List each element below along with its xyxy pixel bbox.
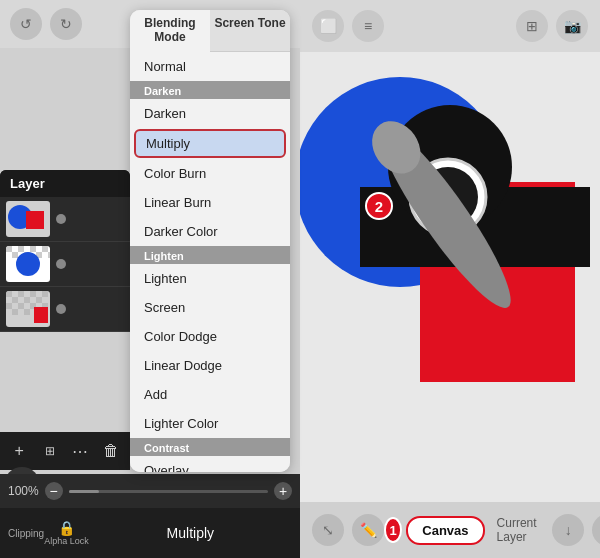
svg-rect-11	[30, 246, 36, 252]
blend-group-darken: Darken	[130, 81, 290, 99]
canvas-area: 2	[300, 52, 600, 502]
svg-rect-29	[36, 297, 42, 303]
layer-thumb-2	[6, 246, 50, 282]
zoom-track	[69, 490, 268, 493]
blend-item-multiply[interactable]: Multiply	[134, 129, 286, 158]
zoom-label: 100%	[8, 484, 39, 498]
svg-rect-10	[18, 246, 24, 252]
blend-list: Normal Darken Darken Multiply Color Burn…	[130, 52, 290, 472]
svg-rect-23	[12, 297, 18, 303]
svg-rect-16	[48, 252, 50, 258]
step-2-badge: 2	[365, 192, 393, 220]
blend-item-lighten[interactable]: Lighten	[130, 264, 290, 293]
current-layer-button[interactable]: Current Layer	[489, 511, 553, 549]
clipping-label: Clipping	[8, 528, 44, 539]
canvas-button[interactable]: Canvas	[406, 516, 484, 545]
blend-item-screen[interactable]: Screen	[130, 293, 290, 322]
step-1-badge: 1	[384, 517, 402, 543]
clipping-section[interactable]: Clipping	[8, 528, 44, 539]
svg-rect-28	[42, 291, 48, 297]
right-bottom-btn4[interactable]: ⇓	[592, 514, 600, 546]
blend-item-darker-color[interactable]: Darker Color	[130, 217, 290, 246]
svg-rect-24	[12, 309, 18, 315]
svg-rect-7	[26, 211, 44, 229]
layer-item-1[interactable]	[0, 197, 130, 242]
svg-rect-33	[34, 307, 48, 323]
status-bar: Clipping 🔒 Alpha Lock Multiply	[0, 508, 300, 558]
layer-vis-bg	[56, 304, 66, 314]
add-layer-button[interactable]: +	[6, 438, 32, 464]
svg-rect-22	[18, 303, 24, 309]
current-blend-mode[interactable]: Multiply	[89, 525, 292, 541]
svg-rect-25	[24, 297, 30, 303]
layer-panel: Layer	[0, 170, 130, 332]
zoom-minus-button[interactable]: −	[45, 482, 63, 500]
blend-group-lighten: Lighten	[130, 246, 290, 264]
alpha-lock-label: Alpha Lock	[44, 536, 89, 546]
zoom-fill	[69, 490, 99, 493]
layer-item-background[interactable]	[0, 287, 130, 332]
svg-point-17	[16, 252, 40, 276]
right-bottom-right: ↓ ⇓ 2	[552, 514, 600, 546]
blend-item-color-burn[interactable]: Color Burn	[130, 159, 290, 188]
blend-group-contrast: Contrast	[130, 438, 290, 456]
alpha-lock-section[interactable]: 🔒 Alpha Lock	[44, 520, 89, 546]
blend-item-linear-burn[interactable]: Linear Burn	[130, 188, 290, 217]
left-panel: ↺ ↻ Blending Mode Screen Tone Normal Dar…	[0, 0, 300, 558]
blend-item-linear-dodge[interactable]: Linear Dodge	[130, 351, 290, 380]
right-bottom-left: ⤡ ✏️	[312, 514, 384, 546]
blend-item-lighter-color[interactable]: Lighter Color	[130, 409, 290, 438]
right-toolbar-btn1[interactable]: ⬜	[312, 10, 344, 42]
layer-controls: + ⊞ ⋯ 🗑	[0, 432, 130, 470]
canvas-nav: 1 Canvas Current Layer	[384, 511, 552, 549]
right-toolbar-btn4[interactable]: 📷	[556, 10, 588, 42]
trash-button[interactable]: 🗑	[98, 438, 124, 464]
redo-button[interactable]: ↻	[50, 8, 82, 40]
right-toolbar-btn2[interactable]: ≡	[352, 10, 384, 42]
right-bottom-btn2[interactable]: ✏️	[352, 514, 384, 546]
blend-item-overlay[interactable]: Overlay	[130, 456, 290, 472]
right-bottom-toolbar: ⤡ ✏️ 1 Canvas Current Layer ↓ ⇓ 2	[300, 502, 600, 558]
svg-rect-26	[24, 309, 30, 315]
zoom-plus-button[interactable]: +	[274, 482, 292, 500]
blend-item-normal[interactable]: Normal	[130, 52, 290, 81]
tab-screen-tone[interactable]: Screen Tone	[210, 10, 290, 51]
blend-item-color-dodge[interactable]: Color Dodge	[130, 322, 290, 351]
undo-button[interactable]: ↺	[10, 8, 42, 40]
svg-rect-20	[18, 291, 24, 297]
layer-option-button[interactable]: ⋯	[67, 438, 93, 464]
blend-mode-panel: Blending Mode Screen Tone Normal Darken …	[130, 10, 290, 472]
svg-rect-19	[6, 291, 12, 297]
right-bottom-btn3[interactable]: ↓	[552, 514, 584, 546]
duplicate-layer-button[interactable]: ⊞	[37, 438, 63, 464]
layer-thumb-bg	[6, 291, 50, 327]
layer-item-2[interactable]	[0, 242, 130, 287]
right-top-toolbar: ⬜ ≡ ⊞ 📷	[300, 0, 600, 52]
lock-icon: 🔒	[58, 520, 75, 536]
layer-thumb-1	[6, 201, 50, 237]
tab-blending-mode[interactable]: Blending Mode	[130, 10, 210, 52]
blend-item-darken[interactable]: Darken	[130, 99, 290, 128]
layer-vis-1	[56, 214, 66, 224]
zoom-bar: 100% − +	[0, 474, 300, 508]
right-toolbar-btn3[interactable]: ⊞	[516, 10, 548, 42]
svg-rect-9	[6, 246, 12, 252]
layer-vis-2	[56, 259, 66, 269]
svg-rect-13	[12, 252, 18, 258]
svg-rect-12	[42, 246, 48, 252]
layer-panel-header: Layer	[0, 170, 130, 197]
blend-tabs: Blending Mode Screen Tone	[130, 10, 290, 52]
right-bottom-btn1[interactable]: ⤡	[312, 514, 344, 546]
svg-rect-27	[30, 291, 36, 297]
svg-rect-21	[6, 303, 12, 309]
blend-item-add[interactable]: Add	[130, 380, 290, 409]
